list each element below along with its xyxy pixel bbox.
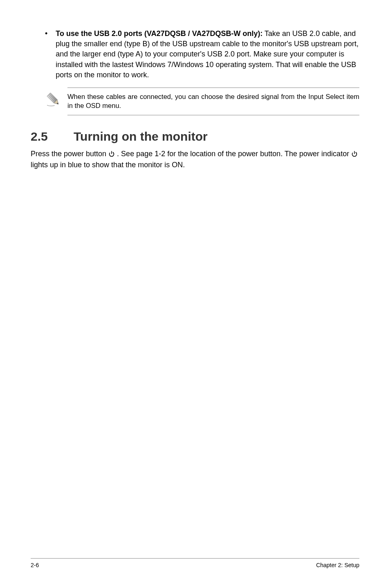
power-icon [351,150,358,157]
bullet-bold-lead: To use the USB 2.0 ports (VA27DQSB / VA2… [56,29,262,38]
body-part2: . See page 1-2 for the location of the p… [115,150,351,158]
section-title: Turning on the monitor [74,130,359,144]
section-heading: 2.5 Turning on the monitor [31,130,359,144]
bullet-marker: • [45,29,47,38]
footer-page-number: 2-6 [31,562,39,568]
bullet-text: To use the USB 2.0 ports (VA27DQSB / VA2… [56,29,359,80]
body-part1: Press the power button [31,150,108,158]
body-paragraph: Press the power button . See page 1-2 fo… [31,148,359,171]
note-content: When these cables are connected, you can… [67,88,359,116]
body-part3: lights up in blue to show that the monit… [31,161,185,169]
page-footer: 2-6 Chapter 2: Setup [31,558,359,568]
bullet-list: • To use the USB 2.0 ports (VA27DQSB / V… [31,29,359,80]
bullet-item: • To use the USB 2.0 ports (VA27DQSB / V… [45,29,359,80]
note-block: When these cables are connected, you can… [45,88,359,116]
pencil-icon [45,91,67,110]
power-icon [108,150,115,157]
section-number: 2.5 [31,130,74,144]
footer-chapter: Chapter 2: Setup [316,562,359,568]
